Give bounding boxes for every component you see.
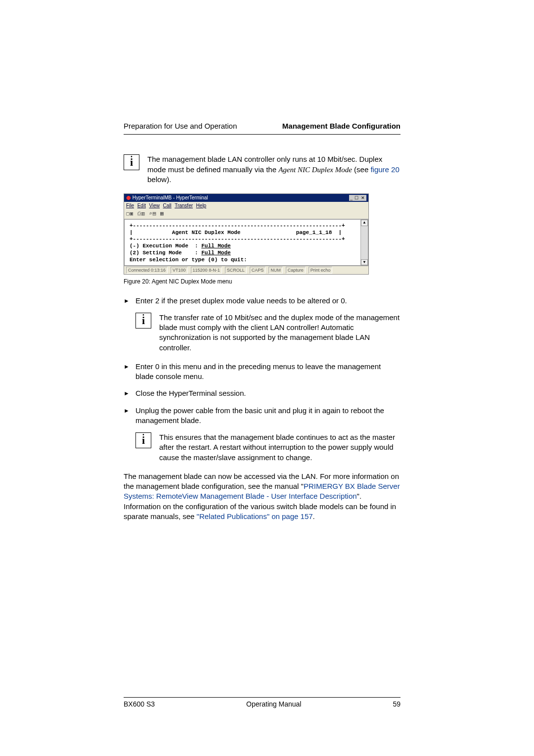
step-3: ► Close the HyperTerminal session.	[124, 388, 400, 398]
info-text-3: This ensures that the management blade c…	[159, 432, 400, 463]
manual-link-2[interactable]: "Related Publications" on page 157	[197, 512, 313, 520]
step-1-text: Enter 2 if the preset duplex mode value …	[135, 296, 347, 305]
info-icon: i	[135, 432, 151, 448]
window-title: HyperTerminalMB - HyperTerminal	[133, 195, 208, 200]
info-text-2: The transfer rate of 10 Mbit/sec and the…	[159, 313, 400, 353]
info-note-3: i This ensures that the management blade…	[135, 432, 400, 463]
info-note-1: i The management blade LAN controller on…	[124, 154, 400, 185]
info-icon: i	[124, 154, 139, 170]
header-rule	[124, 134, 400, 135]
footer-page: 59	[393, 700, 400, 709]
closing-c: .	[313, 512, 315, 520]
window-titlebar: 🞧 HyperTerminalMB - HyperTerminal _ ☐ ✕	[124, 194, 368, 202]
info-icon: i	[135, 313, 151, 329]
toolbar[interactable]: ▢▣ ⎙▥ ⌕▤ ▦	[124, 209, 368, 219]
scrollbar[interactable]	[360, 220, 368, 266]
step-2: ► Enter 0 in this menu and in the preced…	[124, 362, 400, 382]
status-bar: Connected 0:13:16 VT100 115200 8-N-1 SCR…	[124, 266, 368, 274]
figure-link[interactable]: figure 20	[370, 165, 399, 174]
bullet-arrow-icon: ►	[124, 363, 130, 371]
footer-rule	[124, 697, 400, 698]
info1-part2a: (see	[352, 165, 371, 174]
figure-20: 🞧 HyperTerminalMB - HyperTerminal _ ☐ ✕ …	[124, 193, 400, 286]
bullet-arrow-icon: ►	[124, 389, 130, 397]
step-4-text: Unplug the power cable from the basic un…	[135, 406, 384, 425]
figure-caption: Figure 20: Agent NIC Duplex Mode menu	[124, 278, 400, 285]
header-left: Preparation for Use and Operation	[124, 121, 237, 131]
step-1: ► Enter 2 if the preset duplex mode valu…	[124, 296, 400, 306]
step-2-text: Enter 0 in this menu and in the precedin…	[135, 362, 381, 380]
footer-left: BX600 S3	[124, 700, 155, 709]
info1-italic: Agent NIC Duplex Mode	[278, 166, 352, 174]
info1-part2b: below).	[147, 175, 171, 184]
info-note-2: i The transfer rate of 10 Mbit/sec and t…	[135, 313, 400, 353]
bullet-arrow-icon: ►	[124, 297, 130, 305]
closing-paragraph: The management blade can now be accessed…	[124, 472, 400, 521]
window-buttons[interactable]: _ ☐ ✕	[349, 195, 366, 201]
terminal-area: +---------------------------------------…	[124, 219, 368, 266]
window-menu[interactable]: File Edit View Call Transfer Help	[124, 202, 368, 210]
bullet-arrow-icon: ►	[124, 407, 130, 415]
header-right: Management Blade Configuration	[282, 121, 400, 131]
step-4: ► Unplug the power cable from the basic …	[124, 406, 400, 426]
info-text-1: The management blade LAN controller only…	[147, 154, 400, 185]
footer-center: Operating Manual	[246, 700, 301, 709]
step-3-text: Close the HyperTerminal session.	[135, 389, 246, 397]
